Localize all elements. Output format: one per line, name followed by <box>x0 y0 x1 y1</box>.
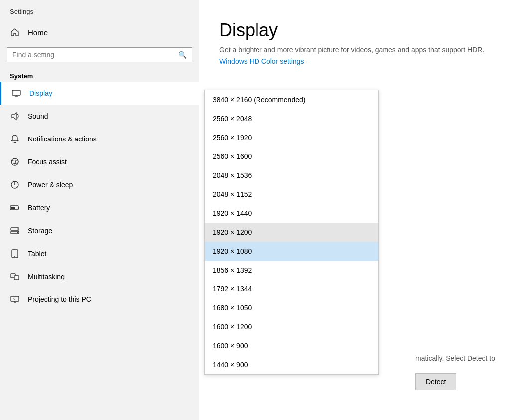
subtitle: Get a brighter and more vibrant picture … <box>219 46 495 54</box>
svg-rect-19 <box>11 296 19 301</box>
sidebar-item-label: Projecting to this PC <box>28 295 91 303</box>
search-box[interactable]: 🔍 <box>7 47 192 62</box>
resolution-option[interactable]: 1920 × 1440 <box>205 204 378 223</box>
system-heading: System <box>0 68 199 82</box>
resolution-option[interactable]: 1920 × 1200 <box>205 223 378 242</box>
sidebar-item-storage[interactable]: Storage <box>0 219 199 242</box>
sidebar-item-tablet[interactable]: Tablet <box>0 242 199 265</box>
svg-point-13 <box>17 229 18 230</box>
svg-point-5 <box>11 160 18 164</box>
sidebar-item-battery[interactable]: Battery <box>0 196 199 219</box>
svg-marker-3 <box>12 113 16 120</box>
sidebar-item-multitasking[interactable]: Multitasking <box>0 265 199 288</box>
detect-button[interactable]: Detect <box>415 373 456 390</box>
display-icon <box>11 88 21 98</box>
page-title: Display <box>219 20 495 41</box>
resolution-option[interactable]: 2560 × 1920 <box>205 128 378 147</box>
main-content: Display Get a brighter and more vibrant … <box>199 0 515 420</box>
hdr-link[interactable]: Windows HD Color settings <box>219 57 304 65</box>
sidebar-item-label: Focus assist <box>28 158 67 166</box>
projecting-icon <box>10 294 20 304</box>
sidebar-item-power[interactable]: Power & sleep <box>0 173 199 196</box>
sidebar-item-projecting[interactable]: Projecting to this PC <box>0 288 199 311</box>
app-title: Settings <box>0 0 199 20</box>
sidebar-item-label: Battery <box>28 204 50 212</box>
resolution-option[interactable]: 3840 × 2160 (Recommended) <box>205 90 378 109</box>
resolution-option[interactable]: 1792 × 1344 <box>205 280 378 298</box>
search-input[interactable] <box>12 51 174 59</box>
resolution-option[interactable]: 1440 × 900 <box>205 355 378 374</box>
resolution-option[interactable]: 1920 × 1080 <box>205 242 378 261</box>
sidebar-item-label: Display <box>29 89 52 97</box>
search-icon: 🔍 <box>178 51 187 59</box>
svg-line-22 <box>13 298 15 300</box>
focus-icon <box>10 157 20 167</box>
sidebar-item-focus[interactable]: Focus assist <box>0 150 199 173</box>
resolution-option[interactable]: 1600 × 1200 <box>205 317 378 336</box>
svg-rect-9 <box>18 207 19 209</box>
resolution-dropdown[interactable]: 3840 × 2160 (Recommended)2560 × 20482560… <box>204 90 379 375</box>
sidebar-item-label: Notifications & actions <box>28 135 97 143</box>
svg-rect-18 <box>14 276 19 280</box>
home-nav-item[interactable]: Home <box>0 20 199 44</box>
sidebar-item-label: Sound <box>28 112 48 120</box>
resolution-option[interactable]: 1680 × 1050 <box>205 298 378 317</box>
sidebar-item-display[interactable]: Display <box>0 82 199 105</box>
resolution-option[interactable]: 2048 × 1536 <box>205 166 378 185</box>
sidebar: Settings Home 🔍 System Display Sound Not… <box>0 0 199 420</box>
svg-rect-0 <box>12 90 20 95</box>
tablet-icon <box>10 249 20 259</box>
sidebar-item-label: Power & sleep <box>28 181 73 189</box>
sound-icon <box>10 111 20 121</box>
svg-rect-10 <box>11 207 15 209</box>
multitasking-icon <box>10 272 20 281</box>
sidebar-item-label: Storage <box>28 227 52 235</box>
svg-point-14 <box>17 232 18 233</box>
resolution-option[interactable]: 1600 × 900 <box>205 336 378 355</box>
sidebar-item-label: Tablet <box>28 250 46 258</box>
notifications-icon <box>10 134 20 144</box>
resolution-option[interactable]: 2560 × 1600 <box>205 147 378 166</box>
power-icon <box>10 180 20 190</box>
sidebar-item-notifications[interactable]: Notifications & actions <box>0 128 199 150</box>
resolution-option[interactable]: 1856 × 1392 <box>205 261 378 280</box>
home-icon <box>10 27 20 37</box>
svg-point-4 <box>11 158 18 165</box>
resolution-option[interactable]: 2048 × 1152 <box>205 185 378 204</box>
sidebar-item-label: Multitasking <box>28 273 65 280</box>
bottom-text: matically. Select Detect to Detect <box>415 354 495 390</box>
storage-icon <box>10 226 20 236</box>
home-label: Home <box>28 28 48 37</box>
svg-point-16 <box>14 256 15 257</box>
nav-list: Display Sound Notifications & actions Fo… <box>0 82 199 311</box>
sidebar-item-sound[interactable]: Sound <box>0 105 199 128</box>
battery-icon <box>10 203 20 213</box>
resolution-option[interactable]: 2560 × 2048 <box>205 109 378 128</box>
